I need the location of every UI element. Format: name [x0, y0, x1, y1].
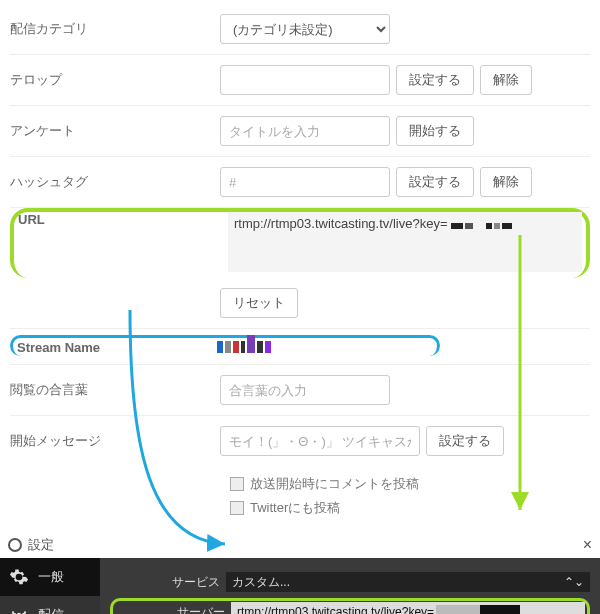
sidebar-item-general[interactable]: 一般: [0, 558, 100, 596]
telop-label: テロップ: [10, 71, 220, 89]
start-message-set-button[interactable]: 設定する: [426, 426, 504, 456]
url-highlight: URL rtmp://rtmp03.twitcasting.tv/live?ke…: [10, 208, 590, 278]
obs-server-obfuscated-tail: [436, 605, 520, 614]
sidebar-item-label: 配信: [38, 606, 64, 614]
chevron-updown-icon: ⌃⌄: [564, 575, 584, 589]
obs-service-label: サービス: [110, 574, 220, 591]
start-message-input[interactable]: [220, 426, 420, 456]
enquete-label: アンケート: [10, 122, 220, 140]
post-twitter-label: Twitterにも投稿: [250, 499, 340, 517]
hashtag-clear-button[interactable]: 解除: [480, 167, 532, 197]
obs-server-label: サーバー: [115, 604, 225, 615]
obs-settings-window: 設定 × 一般 配信 出力: [0, 532, 600, 614]
url-value-box: rtmp://rtmp03.twitcasting.tv/live?key=: [228, 212, 582, 272]
hashtag-input[interactable]: [220, 167, 390, 197]
url-label: URL: [18, 212, 228, 227]
obs-server-highlight: サーバー rtmp://rtmp03.twitcasting.tv/live?k…: [110, 598, 590, 614]
sidebar-item-label: 一般: [38, 568, 64, 586]
stream-name-obfuscated: [217, 338, 271, 356]
telop-input[interactable]: [220, 65, 390, 95]
url-obfuscated-tail: [451, 217, 514, 232]
gear-icon: [8, 566, 30, 588]
password-input[interactable]: [220, 375, 390, 405]
obs-service-select[interactable]: カスタム... ⌃⌄: [226, 572, 590, 592]
post-twitter-checkbox[interactable]: [230, 501, 244, 515]
obs-title: 設定: [28, 536, 54, 554]
antenna-icon: [8, 604, 30, 614]
sidebar-item-stream[interactable]: 配信: [0, 596, 100, 614]
hashtag-set-button[interactable]: 設定する: [396, 167, 474, 197]
telop-clear-button[interactable]: 解除: [480, 65, 532, 95]
stream-name-highlight: Stream Name: [10, 335, 440, 356]
category-label: 配信カテゴリ: [10, 20, 220, 38]
password-label: 閲覧の合言葉: [10, 381, 220, 399]
enquete-input[interactable]: [220, 116, 390, 146]
reset-button[interactable]: リセット: [220, 288, 298, 318]
telop-set-button[interactable]: 設定する: [396, 65, 474, 95]
obs-server-input[interactable]: rtmp://rtmp03.twitcasting.tv/live?key=: [231, 602, 585, 614]
category-select[interactable]: (カテゴリ未設定): [220, 14, 390, 44]
close-icon[interactable]: ×: [583, 536, 592, 554]
url-value: rtmp://rtmp03.twitcasting.tv/live?key=: [234, 216, 448, 231]
enquete-start-button[interactable]: 開始する: [396, 116, 474, 146]
post-comment-label: 放送開始時にコメントを投稿: [250, 475, 419, 493]
obs-sidebar: 一般 配信 出力: [0, 558, 100, 614]
obs-logo-icon: [8, 538, 22, 552]
start-message-label: 開始メッセージ: [10, 432, 220, 450]
hashtag-label: ハッシュタグ: [10, 173, 220, 191]
post-comment-checkbox[interactable]: [230, 477, 244, 491]
stream-name-label: Stream Name: [17, 340, 217, 355]
